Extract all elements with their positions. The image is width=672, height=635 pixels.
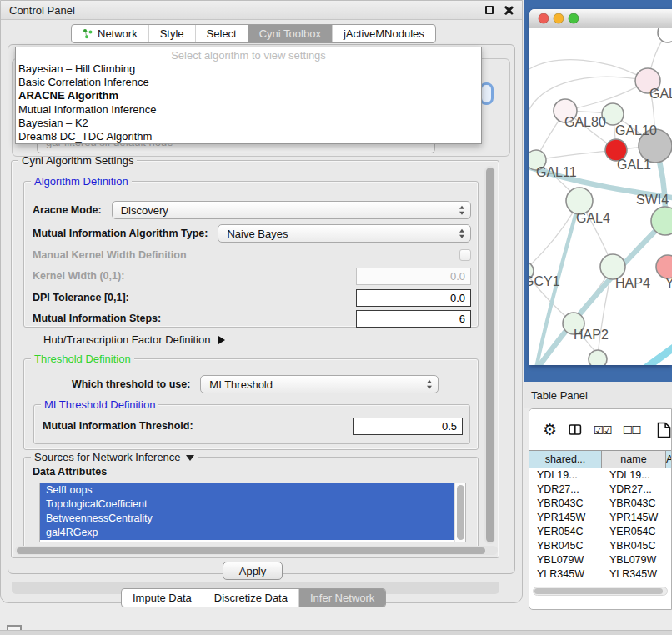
tab-discretize-data[interactable]: Discretize Data [203, 589, 299, 607]
sources-title-text[interactable]: Sources for Network Inference [34, 451, 181, 463]
manual-kernel-label: Manual Kernel Width Definition [33, 249, 187, 261]
tab-network[interactable]: Network [72, 25, 149, 42]
aracne-mode-label: Aracne Mode: [33, 204, 102, 216]
kernel-width-input[interactable] [356, 268, 471, 285]
node-label: GAL10 [615, 123, 657, 138]
node-partial-top[interactable] [658, 28, 672, 42]
mi-type-combo[interactable]: Naive Bayes [218, 224, 471, 242]
mi-type-label: Mutual Information Algorithm Type: [33, 228, 208, 239]
algorithm-definition-group: Algorithm Definition Aracne Mode: Discov… [23, 181, 479, 328]
expanded-arrow-icon [186, 455, 194, 461]
column-header-shared[interactable]: shared... [529, 450, 602, 468]
node-label: HAP2 [574, 328, 609, 342]
attribute-item[interactable]: BetweennessCentrality [40, 512, 455, 526]
tab-jactivemnodules[interactable]: jActiveMNodules [333, 25, 435, 42]
mi-threshold-label: Mutual Information Threshold: [43, 420, 193, 432]
node-label: HAP4 [615, 276, 650, 290]
tab-style[interactable]: Style [149, 25, 196, 42]
network-icon [83, 28, 93, 39]
table-panel-bar: Table Panel [524, 382, 672, 408]
node-partial-bottom[interactable] [589, 350, 607, 365]
minimize-window-icon[interactable] [554, 13, 564, 23]
node-y-cut[interactable] [656, 255, 672, 278]
apply-button[interactable]: Apply [223, 562, 283, 580]
algorithm-option[interactable]: Bayesian – K2 [16, 117, 481, 130]
kernel-width-label: Kernel Width (0,1): [33, 270, 124, 282]
algorithm-dropdown: Select algorithm to view settings Bayesi… [15, 47, 482, 144]
mi-threshold-input[interactable] [353, 418, 463, 435]
table-body: YDL19...YDL19...13 YDR27...YDR27...12 YB… [529, 468, 671, 584]
table-header-row: shared... name A [529, 450, 671, 468]
split-columns-icon[interactable] [569, 422, 582, 437]
threshold-definition-title: Threshold Definition [31, 352, 134, 365]
combo-stepper-icon [427, 380, 432, 389]
data-attributes-list: SelfLoops TopologicalCoefficient Between… [39, 482, 466, 542]
table-horizontal-scrollbar[interactable] [533, 587, 668, 596]
network-canvas[interactable]: GAL GAL80 GAL10 GAL1 GAL11 SWI4 GAL4 GCY… [529, 28, 672, 365]
gear-icon[interactable]: ⚙ [543, 422, 557, 438]
screen: Control Panel Network Style Sel [0, 0, 672, 635]
table-row[interactable]: YPR145WYPR145W9. [529, 511, 671, 525]
cyni-mode-tabs: Impute Data Discretize Data Infer Networ… [121, 588, 386, 608]
attribute-list-scrollbar[interactable] [454, 483, 465, 542]
algorithm-dropdown-prompt: Select algorithm to view settings [16, 48, 481, 62]
table-row[interactable]: YLR345WYLR345W9. [529, 568, 671, 582]
page-icon[interactable] [657, 419, 671, 441]
float-panel-icon[interactable] [485, 6, 494, 14]
table-row[interactable]: YBR045CYBR045C9. [529, 539, 671, 553]
table-row[interactable]: YBR043CYBR043C [529, 497, 671, 511]
data-attributes-label: Data Attributes [33, 466, 107, 478]
column-header-name[interactable]: name [602, 450, 666, 468]
tab-impute-data-label: Impute Data [133, 592, 192, 604]
network-window-titlebar [529, 9, 672, 28]
table-toolbar: ⚙ ☑☑ ☐☐ [529, 409, 671, 450]
aracne-mode-combo[interactable]: Discovery [112, 201, 471, 219]
mi-threshold-group: MI Threshold Definition Mutual Informati… [33, 404, 470, 444]
which-threshold-value: MI Threshold [209, 378, 273, 391]
mi-threshold-group-title: MI Threshold Definition [41, 398, 158, 411]
algorithm-definition-title: Algorithm Definition [31, 175, 132, 188]
mi-type-value: Naive Bayes [227, 228, 288, 240]
algorithm-option[interactable]: Basic Correlation Inference [16, 76, 481, 89]
attribute-item[interactable]: TopologicalCoefficient [40, 498, 455, 512]
mi-steps-input[interactable] [356, 310, 471, 328]
column-header-cut[interactable]: A [666, 450, 672, 468]
tab-select-label: Select [207, 28, 237, 40]
tab-impute-data[interactable]: Impute Data [122, 589, 203, 607]
algorithm-option[interactable]: Dream8 DC_TDC Algorithm [16, 130, 481, 143]
aracne-mode-value: Discovery [121, 204, 168, 217]
close-window-icon[interactable] [539, 13, 549, 23]
show-columns-icon[interactable]: ☑☑ [594, 423, 611, 437]
table-row[interactable]: YIL052CYIL052C9 [529, 582, 671, 584]
attribute-item[interactable]: gal4RGexp [40, 526, 455, 540]
node-label: GAL80 [564, 115, 606, 129]
dpi-tolerance-label: DPI Tolerance [0,1]: [33, 292, 129, 303]
zoom-window-icon[interactable] [569, 13, 579, 23]
node-label: GCY1 [529, 274, 560, 288]
close-panel-icon[interactable] [504, 5, 514, 15]
tab-select[interactable]: Select [196, 25, 248, 42]
hide-columns-icon[interactable]: ☐☐ [623, 423, 640, 437]
settings-horizontal-scrollbar[interactable] [15, 546, 498, 555]
tab-infer-network[interactable]: Infer Network [299, 589, 385, 607]
tab-cyni-toolbox-label: Cyni Toolbox [259, 28, 321, 40]
network-view-window: GAL GAL80 GAL10 GAL1 GAL11 SWI4 GAL4 GCY… [529, 9, 672, 365]
settings-vertical-scrollbar[interactable] [484, 166, 495, 544]
table-row[interactable]: YBL079WYBL079W [529, 553, 671, 568]
node-label: GAL11 [536, 165, 577, 179]
sources-group: Sources for Network Inference Data Attri… [23, 457, 479, 548]
manual-kernel-checkbox[interactable] [459, 249, 471, 261]
table-panel-window: ⚙ ☑☑ ☐☐ shared... name A YDL19...YDL19..… [529, 408, 672, 610]
algorithm-option[interactable]: Bayesian – Hill Climbing [16, 62, 481, 76]
table-row[interactable]: YDR27...YDR27...12 [529, 482, 671, 497]
algorithm-option[interactable]: Mutual Information Inference [16, 103, 481, 117]
attribute-item[interactable]: SelfLoops [40, 483, 455, 498]
hub-definition-toggle[interactable]: Hub/Transcription Factor Definition [43, 333, 225, 346]
table-row[interactable]: YDL19...YDL19...13 [529, 468, 671, 482]
dpi-tolerance-input[interactable] [356, 289, 471, 307]
network-desktop: GAL GAL80 GAL10 GAL1 GAL11 SWI4 GAL4 GCY… [524, 0, 672, 382]
algorithm-option-selected[interactable]: ARACNE Algorithm [16, 89, 481, 102]
which-threshold-combo[interactable]: MI Threshold [200, 375, 439, 393]
table-row[interactable]: YER054CYER054C8. [529, 525, 671, 539]
tab-cyni-toolbox[interactable]: Cyni Toolbox [248, 25, 333, 42]
